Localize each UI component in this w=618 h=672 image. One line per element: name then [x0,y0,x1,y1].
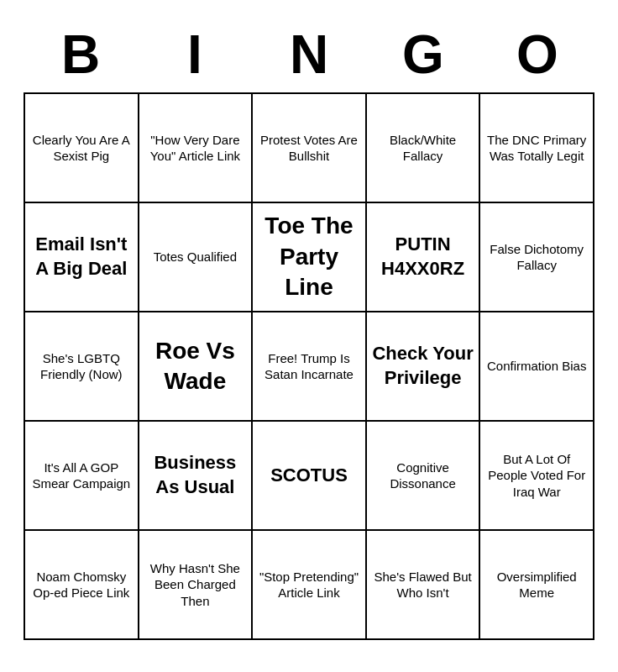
letter-n: N [254,24,364,86]
cell-text-12: Free! Trump Is Satan Incarnate [258,350,360,383]
bingo-cell-17[interactable]: SCOTUS [253,422,367,531]
letter-b: B [26,24,135,86]
bingo-cell-1[interactable]: "How Very Dare You" Article Link [139,94,254,203]
cell-text-4: The DNC Primary Was Totally Legit [485,132,588,165]
cell-text-20: Noam Chomsky Op-ed Piece Link [30,569,133,601]
bingo-cell-9[interactable]: False Dichotomy Fallacy [480,203,594,312]
cell-text-24: Oversimplified Meme [485,569,588,601]
letter-o: O [483,24,592,86]
bingo-cell-3[interactable]: Black/White Fallacy [367,94,481,203]
cell-text-14: Confirmation Bias [487,358,586,375]
cell-text-13: Check Your Privilege [372,342,474,390]
bingo-cell-15[interactable]: It's All A GOP Smear Campaign [25,422,139,531]
cell-text-11: Roe Vs Wade [144,336,247,397]
cell-text-7: Toe The Party Line [258,211,360,302]
bingo-cell-24[interactable]: Oversimplified Meme [480,531,594,640]
cell-text-5: Email Isn't A Big Deal [30,233,133,281]
cell-text-15: It's All A GOP Smear Campaign [30,459,133,492]
cell-text-10: She's LGBTQ Friendly (Now) [30,350,133,383]
bingo-cell-22[interactable]: "Stop Pretending" Article Link [253,531,367,640]
cell-text-22: "Stop Pretending" Article Link [258,569,360,601]
bingo-cell-18[interactable]: Cognitive Dissonance [367,422,481,531]
cell-text-16: Business As Usual [144,451,247,499]
cell-text-2: Protest Votes Are Bullshit [258,132,360,165]
bingo-cell-12[interactable]: Free! Trump Is Satan Incarnate [253,312,367,422]
bingo-cell-4[interactable]: The DNC Primary Was Totally Legit [480,94,594,203]
cell-text-8: PUTIN H4XX0RZ [372,233,474,281]
cell-text-1: "How Very Dare You" Article Link [144,132,247,165]
cell-text-19: But A Lot Of People Voted For Iraq War [485,451,588,501]
cell-text-0: Clearly You Are A Sexist Pig [30,132,133,165]
bingo-cell-10[interactable]: She's LGBTQ Friendly (Now) [25,312,139,422]
bingo-header: B I N G O [24,24,594,86]
bingo-cell-11[interactable]: Roe Vs Wade [139,312,254,422]
bingo-cell-0[interactable]: Clearly You Are A Sexist Pig [25,94,139,203]
bingo-cell-5[interactable]: Email Isn't A Big Deal [25,203,139,312]
bingo-cell-6[interactable]: Totes Qualified [139,203,254,312]
cell-text-17: SCOTUS [270,464,348,488]
cell-text-18: Cognitive Dissonance [372,459,474,492]
bingo-cell-20[interactable]: Noam Chomsky Op-ed Piece Link [25,531,139,640]
bingo-cell-21[interactable]: Why Hasn't She Been Charged Then [139,531,254,640]
cell-text-9: False Dichotomy Fallacy [485,241,588,274]
cell-text-23: She's Flawed But Who Isn't [372,569,474,601]
letter-i: I [140,24,249,86]
cell-text-21: Why Hasn't She Been Charged Then [144,560,247,610]
bingo-cell-13[interactable]: Check Your Privilege [367,312,481,422]
bingo-cell-2[interactable]: Protest Votes Are Bullshit [253,94,367,203]
bingo-cell-7[interactable]: Toe The Party Line [253,203,367,312]
bingo-grid: Clearly You Are A Sexist Pig"How Very Da… [24,92,594,640]
bingo-cell-16[interactable]: Business As Usual [139,422,254,531]
bingo-cell-14[interactable]: Confirmation Bias [480,312,594,422]
cell-text-6: Totes Qualified [154,249,237,265]
bingo-cell-8[interactable]: PUTIN H4XX0RZ [367,203,481,312]
letter-g: G [369,24,478,86]
bingo-cell-19[interactable]: But A Lot Of People Voted For Iraq War [480,422,594,531]
bingo-card: B I N G O Clearly You Are A Sexist Pig"H… [7,15,611,657]
bingo-cell-23[interactable]: She's Flawed But Who Isn't [367,531,481,640]
cell-text-3: Black/White Fallacy [372,132,474,165]
